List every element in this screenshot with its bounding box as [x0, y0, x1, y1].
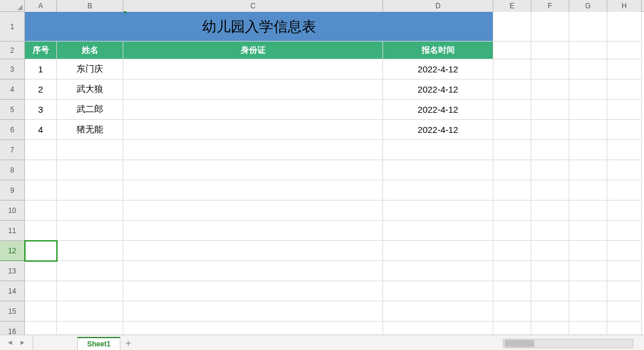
col-header-C[interactable]: C	[123, 0, 383, 12]
tab-nav-buttons[interactable]: ◄ ►	[0, 335, 33, 350]
row-header-12[interactable]: 12	[0, 241, 25, 261]
cell-A8[interactable]	[25, 160, 57, 180]
cell-B15[interactable]	[57, 301, 123, 322]
cell-D11[interactable]	[383, 221, 493, 241]
cell-G14[interactable]	[569, 281, 607, 301]
cell-F16[interactable]	[531, 322, 569, 335]
cell-A5[interactable]: 3	[25, 100, 57, 120]
cell-H12[interactable]	[607, 241, 642, 261]
cell-B16[interactable]	[57, 322, 123, 335]
cell-H1[interactable]	[607, 12, 642, 42]
row-header-14[interactable]: 14	[0, 281, 25, 301]
cell-A7[interactable]	[25, 140, 57, 160]
cell-A4[interactable]: 2	[25, 79, 57, 100]
cell-F15[interactable]	[531, 301, 569, 322]
header-seq[interactable]: 序号	[25, 42, 57, 59]
cell-C3[interactable]	[123, 59, 383, 79]
sheet-tab-active[interactable]: Sheet1	[77, 337, 120, 350]
cell-A14[interactable]	[25, 281, 57, 301]
cell-E4[interactable]	[493, 79, 531, 100]
cell-B9[interactable]	[57, 180, 123, 201]
cell-A6[interactable]: 4	[25, 120, 57, 140]
row-header-8[interactable]: 8	[0, 160, 25, 180]
cell-C16[interactable]	[123, 322, 383, 335]
row-header-3[interactable]: 3	[0, 59, 25, 79]
cell-B10[interactable]	[57, 201, 123, 221]
cell-H5[interactable]	[607, 100, 642, 120]
cell-C13[interactable]	[123, 261, 383, 281]
horizontal-scrollbar[interactable]	[503, 339, 633, 348]
cell-E3[interactable]	[493, 59, 531, 79]
col-header-D[interactable]: D	[383, 0, 493, 12]
cell-G5[interactable]	[569, 100, 607, 120]
cell-F1[interactable]	[531, 12, 569, 42]
cell-B3[interactable]: 东门庆	[57, 59, 123, 79]
col-header-E[interactable]: E	[493, 0, 531, 12]
cell-A13[interactable]	[25, 261, 57, 281]
cell-F7[interactable]	[531, 140, 569, 160]
col-header-A[interactable]: A	[25, 0, 57, 12]
cell-E6[interactable]	[493, 120, 531, 140]
cell-D12[interactable]	[383, 241, 493, 261]
cell-G16[interactable]	[569, 322, 607, 335]
cell-G2[interactable]	[569, 42, 607, 59]
col-header-B[interactable]: B	[57, 0, 123, 12]
header-name[interactable]: 姓名	[57, 42, 123, 59]
cell-H16[interactable]	[607, 322, 642, 335]
cell-B4[interactable]: 武大狼	[57, 79, 123, 100]
cell-H13[interactable]	[607, 261, 642, 281]
row-header-9[interactable]: 9	[0, 180, 25, 201]
cell-C9[interactable]	[123, 180, 383, 201]
cell-G12[interactable]	[569, 241, 607, 261]
cell-G9[interactable]	[569, 180, 607, 201]
cell-A12-selected[interactable]	[25, 241, 57, 261]
header-date[interactable]: 报名时间	[383, 42, 493, 59]
cell-E10[interactable]	[493, 201, 531, 221]
cell-H7[interactable]	[607, 140, 642, 160]
row-header-2[interactable]: 2	[0, 42, 25, 59]
cell-H10[interactable]	[607, 201, 642, 221]
cell-D14[interactable]	[383, 281, 493, 301]
cell-C14[interactable]	[123, 281, 383, 301]
row-header-16[interactable]: 16	[0, 322, 25, 335]
cell-C5[interactable]	[123, 100, 383, 120]
cell-H6[interactable]	[607, 120, 642, 140]
cell-A9[interactable]	[25, 180, 57, 201]
cell-E11[interactable]	[493, 221, 531, 241]
col-header-H[interactable]: H	[607, 0, 642, 12]
row-header-11[interactable]: 11	[0, 221, 25, 241]
add-sheet-button[interactable]: +	[122, 337, 135, 350]
cell-D15[interactable]	[383, 301, 493, 322]
cell-C10[interactable]	[123, 201, 383, 221]
cell-F13[interactable]	[531, 261, 569, 281]
cell-H2[interactable]	[607, 42, 642, 59]
header-id[interactable]: 身份证	[123, 42, 383, 59]
cell-C4[interactable]	[123, 79, 383, 100]
cell-A11[interactable]	[25, 221, 57, 241]
cell-H9[interactable]	[607, 180, 642, 201]
cell-C12[interactable]	[123, 241, 383, 261]
cell-E14[interactable]	[493, 281, 531, 301]
cell-B5[interactable]: 武二郎	[57, 100, 123, 120]
cell-D5[interactable]: 2022-4-12	[383, 100, 493, 120]
cell-B8[interactable]	[57, 160, 123, 180]
cell-B14[interactable]	[57, 281, 123, 301]
row-header-7[interactable]: 7	[0, 140, 25, 160]
cell-G1[interactable]	[569, 12, 607, 42]
cell-C6[interactable]	[123, 120, 383, 140]
cell-G3[interactable]	[569, 59, 607, 79]
scrollbar-thumb[interactable]	[505, 340, 534, 347]
cell-F11[interactable]	[531, 221, 569, 241]
cell-F5[interactable]	[531, 100, 569, 120]
cell-H8[interactable]	[607, 160, 642, 180]
row-header-6[interactable]: 6	[0, 120, 25, 140]
col-header-F[interactable]: F	[531, 0, 569, 12]
cell-G4[interactable]	[569, 79, 607, 100]
cell-C7[interactable]	[123, 140, 383, 160]
cell-E8[interactable]	[493, 160, 531, 180]
col-header-G[interactable]: G	[569, 0, 607, 12]
cell-B7[interactable]	[57, 140, 123, 160]
cell-G15[interactable]	[569, 301, 607, 322]
cell-F9[interactable]	[531, 180, 569, 201]
cell-D4[interactable]: 2022-4-12	[383, 79, 493, 100]
